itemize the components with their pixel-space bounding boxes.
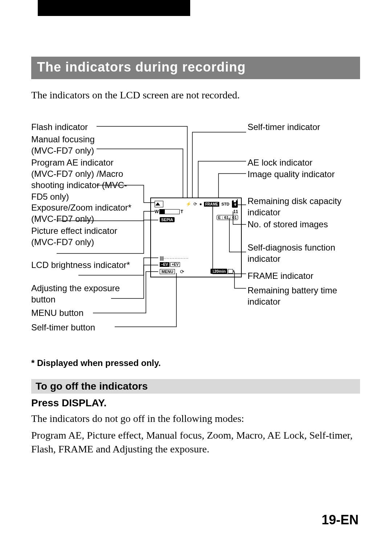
section-heading: The indicators during recording: [31, 57, 360, 79]
label-program-ae: Program AE indicator (MVC-FD7 only) /Mac…: [31, 157, 133, 202]
label-lcd-brightness: LCD brightness indicator*: [31, 259, 133, 271]
zoom-w: W: [155, 209, 159, 214]
sub-heading: To go off the indicators: [31, 379, 360, 394]
disk-icon: [232, 200, 239, 208]
label-flash-indicator: Flash indicator: [31, 121, 133, 133]
label-self-timer-indicator: Self-timer indicator: [248, 121, 356, 133]
header-black-box: [38, 0, 190, 16]
label-exposure-zoom: Exposure/Zoom indicator* (MVC-FD7 only): [31, 202, 133, 224]
ev-buttons: –EV +EV: [160, 262, 180, 267]
label-stored-images: No. of stored images: [248, 219, 356, 230]
battery-icon: [228, 269, 233, 273]
label-frame-indicator: FRAME indicator: [248, 270, 356, 281]
flash-icon: ⚡: [186, 202, 191, 207]
label-manual-focusing: Manual focusing (MVC-FD7 only): [31, 134, 133, 156]
press-display: Press DISPLAY.: [31, 397, 360, 409]
intro-text: The indicators on the LCD screen are not…: [31, 89, 360, 101]
ev-minus: –EV: [160, 262, 170, 267]
self-diagnosis-code: E : 61 : 01: [217, 215, 238, 220]
image-count: 11: [233, 209, 238, 214]
zoom-t: T: [180, 209, 183, 214]
ev-plus: +EV: [170, 262, 180, 267]
svg-marker-0: [155, 203, 160, 206]
label-ae-lock: AE lock indicator: [248, 157, 356, 168]
svg-rect-1: [234, 200, 236, 202]
off-text-2: Program AE, Picture effect, Manual focus…: [31, 428, 360, 456]
brightness-bar: |||||················: [160, 256, 189, 261]
label-adjust-exposure: Adjusting the exposure button: [31, 282, 133, 305]
frame-badge: FRAME: [204, 202, 219, 207]
label-remaining-battery: Remaining battery time indicator: [248, 285, 356, 307]
menu-button: MENU: [160, 269, 175, 274]
quality-std: STD: [221, 202, 229, 206]
label-self-timer-button: Self-timer button: [31, 322, 133, 333]
off-text-1: The indicators do not go off in the foll…: [31, 412, 360, 426]
indicators-diagram: Flash indicator Manual focusing (MVC-FD7…: [31, 121, 360, 368]
label-image-quality: Image quality indicator: [248, 168, 356, 180]
label-self-diagnosis: Self-diagnosis function indicator: [248, 242, 356, 264]
lcd-screen: ⚡ ⟳ ● FRAME STD W T 11 E : 61 : 01 SEPIA: [150, 198, 242, 277]
page-number: 19-EN: [322, 512, 359, 528]
label-picture-effect: Picture effect indicator (MVC-FD7 only): [31, 225, 133, 248]
zoom-bar: [159, 209, 180, 214]
program-ae-icon: [155, 201, 163, 207]
battery-time-badge: 120min: [211, 269, 227, 274]
picture-effect-badge: SEPIA: [160, 217, 175, 222]
label-menu-button: MENU button: [31, 307, 133, 318]
self-timer-icon: ⟳: [193, 202, 197, 207]
label-remaining-disk: Remaining disk capacity indicator: [248, 195, 356, 218]
ae-lock-icon: ●: [199, 202, 202, 207]
self-timer-button-icon: ⟳: [180, 269, 184, 275]
page-content: The indicators during recording The indi…: [31, 57, 360, 456]
footnote-displayed-when-pressed: * Displayed when pressed only.: [31, 358, 161, 368]
